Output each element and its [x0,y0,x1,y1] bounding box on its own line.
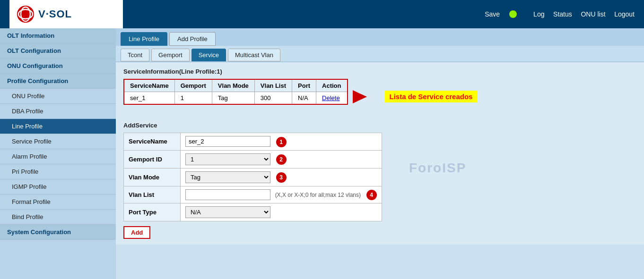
status-link[interactable]: Status [553,10,572,18]
onu-list-link[interactable]: ONU list [581,10,605,18]
log-link[interactable]: Log [533,10,544,18]
sub-tab-service[interactable]: Service [191,49,226,61]
label-vlan-mode: Vlan Mode [124,168,181,186]
col-gemport: Gemport [174,79,212,92]
sub-tab-bar: Tcont Gemport Service Multicast Vlan [116,46,644,62]
annotation-arrow-icon [353,90,381,103]
sidebar-item-onu-configuration[interactable]: ONU Configuration [0,59,116,74]
cell-vlan-list: (X,X or X-X;0 for all;max 12 vlans) 4 [181,186,382,203]
add-service-form: ServiceName 1 Gemport ID 1 2 [123,133,382,221]
vlan-list-input[interactable] [185,189,270,200]
cell-service-name-input: 1 [181,133,382,151]
logo-text: V·SOL [38,8,72,20]
label-port-type: Port Type [124,203,181,221]
main-content: Line Profile Add Profile Tcont Gemport S… [116,28,644,245]
sidebar-item-olt-configuration[interactable]: OLT Configuration [0,43,116,59]
top-tab-bar: Line Profile Add Profile [116,28,644,46]
col-vlan-mode: Vlan Mode [212,79,254,92]
col-action: Action [316,79,348,92]
sidebar-item-line-profile[interactable]: Line Profile [0,119,116,134]
cell-service-name: ser_1 [124,92,174,105]
gemport-id-select[interactable]: 1 2 3 4 [185,153,270,165]
add-service-title: AddService [123,122,636,129]
sub-tab-gemport[interactable]: Gemport [151,49,190,61]
header: V·SOL Save Log Status ONU list Logout [0,0,644,28]
cell-port-type: N/A ETH VEIP [181,203,382,221]
sidebar-item-onu-profile[interactable]: ONU Profile [0,89,116,104]
sidebar-item-service-profile[interactable]: Service Profile [0,134,116,149]
delete-link[interactable]: Delete [322,94,340,101]
form-row-vlan-mode: Vlan Mode Tag Untag Transparent 3 [124,168,382,186]
step-badge-1: 1 [276,137,287,147]
sidebar-item-olt-information[interactable]: OLT Information [0,28,116,43]
sidebar-item-alarm-profile[interactable]: Alarm Profile [0,149,116,164]
header-nav: Log Status ONU list Logout [526,10,635,18]
vlan-hint: (X,X or X-X;0 for all;max 12 vlans) [275,192,361,198]
cell-gemport: 1 [174,92,212,105]
status-indicator [509,10,517,18]
label-service-name: ServiceName [124,133,181,151]
cell-action: Delete [316,92,348,105]
header-right: Save Log Status ONU list Logout [123,10,635,18]
label-vlan-list: Vlan List [124,186,181,203]
service-table: ServiceName Gemport Vlan Mode Vlan List … [123,79,348,105]
sub-tab-multicast-vlan[interactable]: Multicast Vlan [228,49,280,61]
cell-vlan-mode: Tag Untag Transparent 3 [181,168,382,186]
label-gemport-id: Gemport ID [124,150,181,168]
content-area: ServiceInformation(Line Profile:1) Servi… [116,62,644,245]
service-name-input[interactable] [185,136,270,147]
service-info-title: ServiceInformation(Line Profile:1) [123,68,636,75]
svg-point-0 [17,6,34,23]
step-badge-2: 2 [276,154,287,165]
port-type-select[interactable]: N/A ETH VEIP [185,206,270,218]
logout-link[interactable]: Logout [614,10,635,18]
col-port: Port [292,79,316,92]
form-row-vlan-list: Vlan List (X,X or X-X;0 for all;max 12 v… [124,186,382,203]
sidebar-item-pri-profile[interactable]: Pri Profile [0,164,116,179]
annotation-row: ServiceName Gemport Vlan Mode Vlan List … [123,79,636,114]
step-badge-4: 4 [366,190,377,200]
sidebar-item-igmp-profile[interactable]: IGMP Profile [0,179,116,194]
col-service-name: ServiceName [124,79,174,92]
cell-vlan-list: 300 [254,92,292,105]
cell-vlan-mode: Tag [212,92,254,105]
add-button[interactable]: Add [123,226,150,239]
cell-port: N/A [292,92,316,105]
vlan-mode-select[interactable]: Tag Untag Transparent [185,171,270,183]
sidebar-item-profile-configuration[interactable]: Profile Configuration [0,74,116,89]
table-row: ser_1 1 Tag 300 N/A Delete [124,92,348,105]
form-row-gemport-id: Gemport ID 1 2 3 4 2 [124,150,382,168]
form-row-service-name: ServiceName 1 [124,133,382,151]
sidebar-item-bind-profile[interactable]: Bind Profile [0,210,116,225]
sidebar: OLT Information OLT Configuration ONU Co… [0,28,116,279]
tab-add-profile[interactable]: Add Profile [169,32,216,46]
annotation-label: Lista de Service creados [385,91,478,102]
sidebar-item-system-configuration[interactable]: System Configuration [0,225,116,240]
sidebar-item-format-profile[interactable]: Format Profile [0,194,116,210]
step-badge-3: 3 [276,172,287,183]
vsol-logo-icon [17,5,35,23]
save-label: Save [485,10,500,18]
sidebar-item-dba-profile[interactable]: DBA Profile [0,104,116,119]
sub-tab-tcont[interactable]: Tcont [121,49,149,61]
form-row-port-type: Port Type N/A ETH VEIP [124,203,382,221]
tab-line-profile[interactable]: Line Profile [121,32,167,46]
layout: OLT Information OLT Configuration ONU Co… [0,28,644,279]
col-vlan-list: Vlan List [254,79,292,92]
cell-gemport-id: 1 2 3 4 2 [181,150,382,168]
logo-area: V·SOL [9,0,123,28]
